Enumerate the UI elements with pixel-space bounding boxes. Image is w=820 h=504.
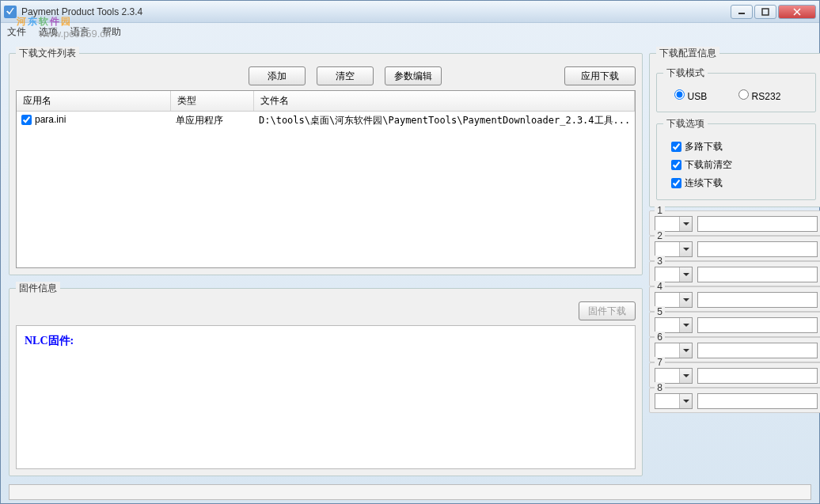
mode-usb[interactable]: USB: [674, 89, 707, 102]
download-config-group: 下载配置信息 下载模式 USB RS232 下载选项 多路下载 下载前清空 连续…: [649, 47, 820, 207]
row-checkbox[interactable]: [21, 115, 32, 125]
col-type[interactable]: 类型: [171, 91, 254, 111]
chevron-down-icon[interactable]: [679, 217, 692, 231]
channel-3: 3: [649, 261, 820, 286]
chevron-down-icon[interactable]: [679, 318, 692, 332]
chevron-down-icon[interactable]: [679, 343, 692, 358]
channel-6-text[interactable]: [697, 343, 818, 358]
status-bar: [9, 484, 811, 500]
channel-8-combo[interactable]: [655, 393, 693, 409]
channel-5-combo[interactable]: [655, 317, 693, 333]
opt-continuous[interactable]: 连续下载: [671, 176, 723, 190]
channel-7-combo[interactable]: [655, 368, 693, 384]
svg-rect-1: [762, 9, 769, 15]
channel-3-combo[interactable]: [655, 267, 693, 282]
param-edit-button[interactable]: 参数编辑: [385, 66, 442, 85]
table-row[interactable]: para.ini 单应用程序 D:\tools\桌面\河东软件园\Payment…: [17, 112, 635, 130]
chevron-down-icon[interactable]: [679, 267, 692, 282]
channel-5-text[interactable]: [697, 317, 818, 333]
menu-file[interactable]: 文件: [7, 25, 26, 39]
channel-1-combo[interactable]: [655, 216, 693, 232]
col-filename[interactable]: 文件名: [254, 91, 635, 111]
channel-6-combo[interactable]: [655, 343, 693, 358]
config-legend: 下载配置信息: [656, 47, 719, 60]
firmware-info-panel: NLC固件:: [16, 325, 636, 469]
channel-2-text[interactable]: [697, 241, 818, 257]
add-button[interactable]: 添加: [249, 66, 306, 85]
options-group: 下载选项 多路下载 下载前清空 连续下载: [656, 117, 816, 200]
channel-3-text[interactable]: [697, 267, 818, 282]
menu-language[interactable]: 语言: [70, 25, 89, 39]
channel-2: 2: [649, 236, 820, 261]
firmware-group: 固件信息 固件下载 NLC固件:: [9, 282, 643, 476]
chevron-down-icon[interactable]: [679, 242, 692, 256]
channel-4-combo[interactable]: [655, 292, 693, 308]
close-button[interactable]: [778, 5, 816, 19]
minimize-button[interactable]: [731, 5, 753, 19]
chevron-down-icon[interactable]: [679, 369, 692, 383]
file-list[interactable]: 应用名 类型 文件名 para.ini 单应用程序 D:\tools\桌面\河东…: [16, 90, 636, 268]
app-icon: [4, 6, 17, 18]
opt-multi[interactable]: 多路下载: [671, 140, 723, 153]
channel-8: 8: [649, 388, 820, 413]
firmware-download-button: 固件下载: [579, 301, 636, 320]
channel-1: 1: [649, 210, 820, 236]
channel-5: 5: [649, 312, 820, 337]
chevron-down-icon[interactable]: [679, 394, 692, 408]
opt-clear[interactable]: 下载前清空: [671, 158, 732, 172]
mode-group: 下载模式 USB RS232: [656, 66, 816, 112]
menu-options[interactable]: 选项: [39, 25, 58, 39]
firmware-legend: 固件信息: [16, 282, 60, 295]
col-appname[interactable]: 应用名: [17, 91, 171, 111]
menu-help[interactable]: 帮助: [102, 25, 121, 39]
menu-bar: 文件 选项 语言 帮助: [1, 23, 819, 40]
mode-rs232[interactable]: RS232: [738, 89, 780, 102]
chevron-down-icon[interactable]: [679, 293, 692, 307]
nlc-firmware-label: NLC固件:: [25, 334, 627, 348]
channel-2-combo[interactable]: [655, 241, 693, 257]
channel-7-text[interactable]: [697, 368, 818, 384]
file-list-legend: 下载文件列表: [16, 47, 79, 60]
channel-7: 7: [649, 362, 820, 388]
channel-4: 4: [649, 286, 820, 312]
channel-6: 6: [649, 337, 820, 362]
clear-button[interactable]: 清空: [317, 66, 374, 85]
maximize-button[interactable]: [754, 5, 776, 19]
channel-8-text[interactable]: [697, 393, 818, 409]
channel-1-text[interactable]: [697, 216, 818, 232]
file-list-group: 下载文件列表 添加 清空 参数编辑 应用下载 应用名 类型 文件名: [9, 47, 643, 275]
window-title: Payment Product Tools 2.3.4: [21, 6, 731, 17]
app-download-button[interactable]: 应用下载: [564, 66, 636, 85]
channel-4-text[interactable]: [697, 292, 818, 308]
